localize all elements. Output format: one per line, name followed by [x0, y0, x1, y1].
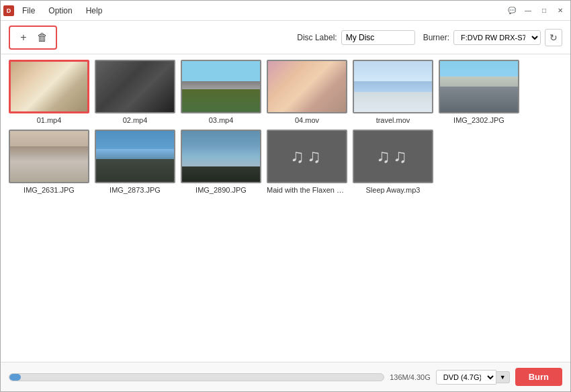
- progress-bar: [9, 373, 384, 381]
- add-button[interactable]: +: [15, 30, 32, 46]
- bottom-bar: 136M/4.30G DVD (4.7G) ▼ Burn: [1, 362, 570, 391]
- title-bar: D File Option Help 💬 — □ ✕: [1, 1, 570, 21]
- toolbar: + 🗑 Disc Label: Burner: F:DVD RW DRX-S70…: [1, 21, 570, 54]
- media-thumb-item-sleep: ♫♫: [353, 130, 433, 183]
- media-thumb-inner-item-01: [11, 62, 87, 111]
- media-thumb-inner-item-travel: [354, 61, 432, 112]
- media-thumb-item-travel: [353, 60, 433, 113]
- add-delete-group: + 🗑: [9, 26, 57, 50]
- media-label-item-img2631: IMG_2631.JPG: [24, 186, 75, 194]
- media-item-item-img2302[interactable]: IMG_2302.JPG: [439, 60, 519, 124]
- media-label-item-travel: travel.mov: [376, 116, 410, 124]
- disc-label-group: Disc Label:: [297, 30, 414, 45]
- media-content: 01.mp402.mp403.mp404.movtravel.movIMG_23…: [1, 54, 570, 362]
- refresh-button[interactable]: ↻: [545, 29, 562, 46]
- media-label-item-img2302: IMG_2302.JPG: [453, 116, 504, 124]
- message-button[interactable]: 💬: [504, 4, 519, 17]
- media-thumb-inner-item-img2873: [96, 131, 174, 182]
- burner-group: Burner: F:DVD RW DRX-S70U ↻: [423, 29, 562, 46]
- media-item-item-04[interactable]: 04.mov: [267, 60, 347, 124]
- media-thumb-item-img2302: [439, 60, 519, 113]
- media-item-item-01[interactable]: 01.mp4: [9, 60, 89, 124]
- menu-help[interactable]: Help: [81, 5, 108, 17]
- maximize-button[interactable]: □: [537, 4, 552, 17]
- media-label-item-04: 04.mov: [295, 116, 319, 124]
- media-thumb-inner-item-img2302: [440, 61, 518, 112]
- menu-file[interactable]: File: [17, 5, 40, 17]
- media-label-item-sleep: Sleep Away.mp3: [366, 186, 421, 194]
- media-label-item-01: 01.mp4: [37, 116, 62, 124]
- media-item-item-sleep[interactable]: ♫♫Sleep Away.mp3: [353, 130, 433, 194]
- media-item-item-03[interactable]: 03.mp4: [181, 60, 261, 124]
- media-label-item-02: 02.mp4: [123, 116, 148, 124]
- media-thumb-inner-item-04: [268, 61, 346, 112]
- media-item-item-02[interactable]: 02.mp4: [95, 60, 175, 124]
- media-label-item-maid: Maid with the Flaxen Hair...: [267, 186, 347, 194]
- app-icon: D: [3, 5, 14, 16]
- media-thumb-inner-item-03: [182, 61, 260, 112]
- media-label-item-img2873: IMG_2873.JPG: [109, 186, 161, 194]
- media-thumb-inner-item-maid: ♫♫: [268, 131, 346, 182]
- media-thumb-item-02: [95, 60, 175, 113]
- progress-fill: [9, 374, 21, 381]
- media-grid: 01.mp402.mp403.mp404.movtravel.movIMG_23…: [9, 60, 562, 194]
- main-window: D File Option Help 💬 — □ ✕ + 🗑 Disc Labe…: [0, 0, 571, 392]
- media-thumb-item-maid: ♫♫: [267, 130, 347, 183]
- burner-select[interactable]: F:DVD RW DRX-S70U: [453, 30, 541, 45]
- disc-label-input[interactable]: [341, 30, 415, 45]
- dvd-select-group: DVD (4.7G) ▼: [436, 370, 510, 385]
- media-item-item-img2890[interactable]: IMG_2890.JPG: [181, 130, 261, 194]
- disc-label-text: Disc Label:: [297, 33, 337, 42]
- dvd-select[interactable]: DVD (4.7G): [436, 370, 496, 385]
- window-controls: 💬 — □ ✕: [504, 4, 568, 17]
- media-thumb-item-img2890: [181, 130, 261, 183]
- media-thumb-inner-item-img2631: [10, 131, 88, 182]
- close-button[interactable]: ✕: [553, 4, 568, 17]
- media-item-item-maid[interactable]: ♫♫Maid with the Flaxen Hair...: [267, 130, 347, 194]
- storage-info: 136M/4.30G: [390, 373, 431, 381]
- menu-option[interactable]: Option: [43, 5, 77, 17]
- delete-button[interactable]: 🗑: [34, 30, 50, 46]
- music-note-icon: ♫♫: [376, 146, 410, 167]
- media-thumb-item-01: [9, 60, 89, 113]
- burn-button[interactable]: Burn: [515, 368, 562, 386]
- media-label-item-03: 03.mp4: [209, 116, 234, 124]
- media-item-item-img2873[interactable]: IMG_2873.JPG: [95, 130, 175, 194]
- burner-label: Burner:: [423, 33, 449, 42]
- dvd-dropdown-button[interactable]: ▼: [496, 371, 510, 383]
- media-item-item-img2631[interactable]: IMG_2631.JPG: [9, 130, 89, 194]
- media-thumb-inner-item-sleep: ♫♫: [354, 131, 432, 182]
- media-label-item-img2890: IMG_2890.JPG: [195, 186, 247, 194]
- minimize-button[interactable]: —: [521, 4, 535, 17]
- music-note-icon: ♫♫: [290, 146, 324, 167]
- media-thumb-inner-item-02: [96, 61, 174, 112]
- media-thumb-item-img2873: [95, 130, 175, 183]
- media-item-item-travel[interactable]: travel.mov: [353, 60, 433, 124]
- media-thumb-item-03: [181, 60, 261, 113]
- media-thumb-inner-item-img2890: [182, 131, 260, 182]
- media-thumb-item-04: [267, 60, 347, 113]
- media-thumb-item-img2631: [9, 130, 89, 183]
- menu-bar: File Option Help: [17, 5, 107, 17]
